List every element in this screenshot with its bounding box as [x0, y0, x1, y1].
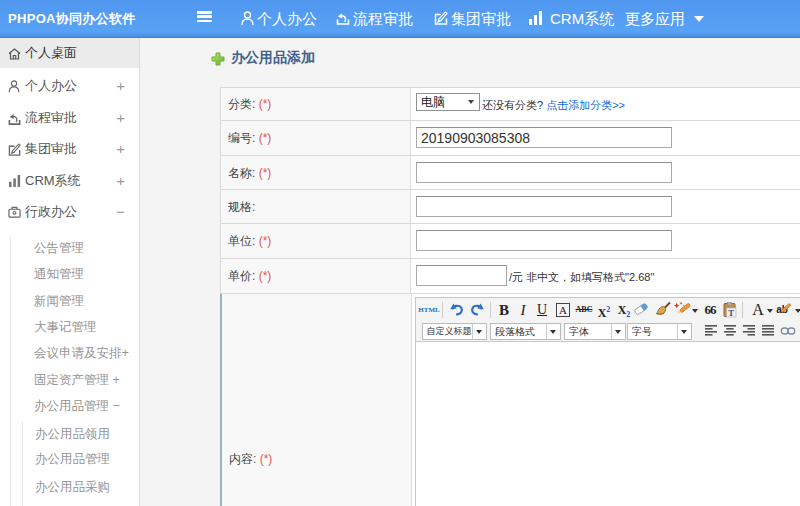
- svg-text:T: T: [728, 308, 734, 318]
